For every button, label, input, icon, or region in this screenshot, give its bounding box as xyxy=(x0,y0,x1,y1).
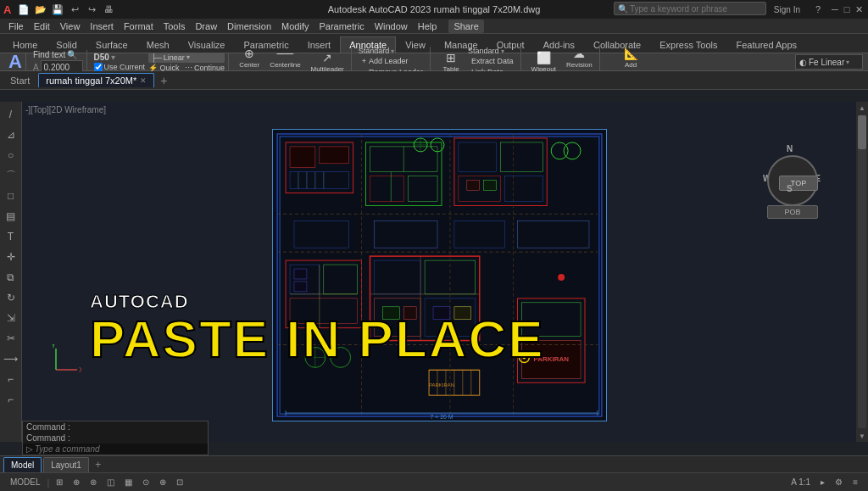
menu-help[interactable]: Help xyxy=(413,20,442,33)
menu-share[interactable]: Share xyxy=(448,20,483,33)
cmd-row-1: Command : xyxy=(23,421,208,432)
quick-btn[interactable]: ⚡ Quick xyxy=(148,64,180,72)
canvas-area[interactable]: -][Top][2D Wireframe] xyxy=(22,102,856,442)
continue-btn[interactable]: ⋯ Continue xyxy=(185,64,225,72)
menu-dimension[interactable]: Dimension xyxy=(222,20,276,33)
leader-dropdown[interactable]: ▾ xyxy=(391,47,394,55)
status-model[interactable]: MODEL xyxy=(7,477,44,487)
tab-featured[interactable]: Featured Apps xyxy=(727,36,807,53)
save-btn[interactable]: 💾 xyxy=(50,2,65,17)
status-annotation-scale[interactable]: A 1:1 xyxy=(787,477,814,487)
revision-cloud-icon: ☁ xyxy=(573,47,585,60)
cmd-input[interactable] xyxy=(35,444,204,454)
svg-rect-21 xyxy=(466,181,479,191)
search-input[interactable] xyxy=(630,4,762,14)
tool-polyline[interactable]: ⊿ xyxy=(2,126,20,144)
layer-value: Fe Linear xyxy=(809,58,844,67)
linear-btn[interactable]: ├─ Linear ▾ xyxy=(148,53,225,63)
menu-insert[interactable]: Insert xyxy=(85,20,119,33)
tool-scale[interactable]: ⇲ xyxy=(2,309,20,327)
search-box[interactable]: 🔍 xyxy=(614,2,766,15)
dim-dropdown-icon[interactable]: ▾ xyxy=(111,53,115,62)
tab-express[interactable]: Express Tools xyxy=(650,36,726,53)
status-workspace[interactable]: ≡ xyxy=(849,477,861,487)
tool-extend[interactable]: ⟶ xyxy=(2,349,20,368)
undo-btn[interactable]: ↩ xyxy=(67,2,82,17)
tool-arc[interactable]: ⌒ xyxy=(2,166,20,185)
linear-dropdown[interactable]: ▾ xyxy=(186,53,190,61)
dimensions-group: D50 ▾ Use Current ├─ Linear ▾ ⚡ Quick ⋯ … xyxy=(91,53,230,72)
compass-top-btn[interactable]: TOP xyxy=(779,176,818,191)
scroll-up-btn[interactable]: ▲ xyxy=(856,102,868,114)
status-grid[interactable]: ⊞ xyxy=(53,477,66,487)
svg-rect-44 xyxy=(382,307,399,320)
close-btn[interactable]: ✕ xyxy=(851,2,866,17)
status-dyn[interactable]: ⊙ xyxy=(139,477,153,487)
compass-persp-btn[interactable]: POB xyxy=(767,205,818,219)
start-tab[interactable]: Start xyxy=(3,74,36,87)
menu-window[interactable]: Window xyxy=(370,20,413,33)
status-lineweight[interactable]: ⊕ xyxy=(156,477,170,487)
table-dropdown[interactable]: ▾ xyxy=(501,47,504,55)
tool-fillet[interactable]: ⌐ xyxy=(2,370,20,388)
menu-view[interactable]: View xyxy=(55,20,86,33)
new-tab-btn[interactable]: + xyxy=(156,73,171,88)
menu-format[interactable]: Format xyxy=(119,20,159,33)
status-polar[interactable]: ◫ xyxy=(103,477,118,487)
tool-move[interactable]: ✛ xyxy=(2,248,20,266)
extract-data-btn[interactable]: Extract Data xyxy=(468,56,517,66)
status-customize[interactable]: ⚙ xyxy=(832,477,846,487)
plot-btn[interactable]: 🖶 xyxy=(101,2,116,17)
help-btn[interactable]: ? xyxy=(810,2,826,17)
add-leader-btn[interactable]: + Add Leader xyxy=(359,56,426,66)
menu-modify[interactable]: Modify xyxy=(276,20,314,33)
cad-logo: A xyxy=(3,3,11,16)
tool-rectangle[interactable]: □ xyxy=(2,187,20,205)
menu-edit[interactable]: Edit xyxy=(29,20,55,33)
layer-dropdown[interactable]: ◐ Fe Linear ▾ xyxy=(795,54,863,70)
scroll-track[interactable] xyxy=(858,115,866,428)
redo-btn[interactable]: ↪ xyxy=(84,2,99,17)
architectural-drawing: PARKIRAN PARKIRAN xyxy=(272,129,607,421)
drawing-tab-close[interactable]: ✕ xyxy=(140,76,147,85)
svg-point-80 xyxy=(558,274,565,281)
menu-file[interactable]: File xyxy=(3,20,29,33)
tab-mesh[interactable]: Mesh xyxy=(137,36,179,53)
tool-copy[interactable]: ⧉ xyxy=(2,268,20,287)
new-btn[interactable]: 📄 xyxy=(16,2,31,17)
layer-dropdown-arrow[interactable]: ▾ xyxy=(846,59,849,66)
svg-text:X: X xyxy=(79,365,81,374)
scroll-down-btn[interactable]: ▼ xyxy=(856,430,868,442)
tool-trim[interactable]: ✂ xyxy=(2,329,20,348)
tab-layout1[interactable]: Layout1 xyxy=(43,457,89,472)
status-transparency[interactable]: ⊡ xyxy=(173,477,186,487)
signin-btn[interactable]: Sign In xyxy=(774,5,800,14)
status-viewport-scale[interactable]: ▸ xyxy=(817,477,828,487)
tab-surface[interactable]: Surface xyxy=(86,36,137,53)
tool-text[interactable]: T xyxy=(2,227,20,246)
scroll-thumb[interactable] xyxy=(858,115,866,149)
drawing-tab[interactable]: rumah tinggal 7x20M* ✕ xyxy=(38,73,154,87)
tool-hatch[interactable]: ▤ xyxy=(2,207,20,226)
svg-text:PARKIRAN: PARKIRAN xyxy=(533,355,569,363)
status-osnap[interactable]: ▦ xyxy=(121,477,136,487)
menu-tools[interactable]: Tools xyxy=(159,20,191,33)
svg-text:PARKIRAN: PARKIRAN xyxy=(428,382,453,388)
tool-rotate[interactable]: ↻ xyxy=(2,288,20,307)
tab-visualize[interactable]: Visualize xyxy=(179,36,235,53)
menu-draw[interactable]: Draw xyxy=(190,20,222,33)
tab-model[interactable]: Model xyxy=(3,457,42,472)
menu-parametric[interactable]: Parametric xyxy=(314,20,369,33)
tool-draw-line[interactable]: / xyxy=(2,105,20,124)
text-icon: A xyxy=(33,63,39,72)
tool-chamfer[interactable]: ⌐ xyxy=(2,390,20,409)
status-ortho[interactable]: ⊛ xyxy=(86,477,100,487)
open-btn[interactable]: 📂 xyxy=(33,2,48,17)
extract-data-label: Extract Data xyxy=(471,57,514,65)
use-current-check[interactable] xyxy=(94,63,103,71)
text-subpanel: Find text 🔍 A xyxy=(30,50,87,74)
status-snap[interactable]: ⊕ xyxy=(70,477,83,487)
add-layout-btn[interactable]: + xyxy=(91,457,106,472)
cmd-input-row[interactable]: ▷ xyxy=(23,444,208,455)
tool-circle[interactable]: ○ xyxy=(2,146,20,165)
